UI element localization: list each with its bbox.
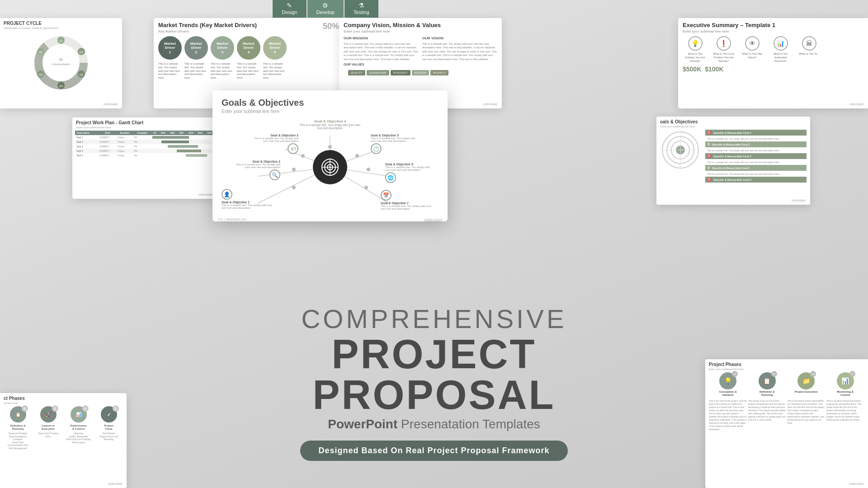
exec-label-3: What Is Your Big Vision? (740, 52, 764, 60)
value-passion: PASSION (412, 70, 429, 75)
svg-point-33 (355, 154, 359, 158)
value-quality: QUALITY (348, 70, 365, 75)
gantt-dur-4: 4 Days (117, 149, 133, 153)
goals-modal-title: Goals & Objectives (212, 90, 448, 109)
phase-label-5: ProjectClose (94, 424, 123, 431)
hero-badge[interactable]: Designed Based On Real Project Proposal … (300, 441, 567, 461)
tab-testing[interactable]: ⚗ Testing (344, 0, 378, 18)
market-trends-title: Market Trends (Key Market Drivers) (154, 18, 344, 29)
vision-title: OUR VISION (422, 36, 497, 40)
market-text-4: This is a sample text. You simply add yo… (237, 62, 260, 80)
exec-circle-5: 🏛 (802, 36, 816, 51)
target-diagram (660, 130, 701, 170)
goal-text-3: Specific & Measurable Goal 3 (713, 155, 751, 158)
phase-label-3: Launch orExecution (34, 424, 62, 431)
exec-icon-5: 🏛 What Is The Ta... (797, 36, 821, 56)
market-circle-5: MarketDriver5 (263, 36, 287, 60)
goal-2-icon: 🔍 (269, 169, 280, 180)
goal-7-icon: 📅 (381, 190, 392, 201)
exec-circle-2: ❗ (717, 36, 731, 51)
gantt-comp-2: 5% (133, 140, 151, 144)
market-text-2: This is a sample text. You simply add yo… (184, 62, 208, 80)
gantt-row-2: Task 2 DUMMYY 4 Days 5% (75, 140, 214, 144)
goals-diagram: Goal & Objective 4 This is a sample text… (212, 117, 448, 217)
mission-text: This is a sample text. You simply add yo… (344, 42, 419, 61)
phase-right-num-2: 02 (771, 371, 777, 377)
tab-design[interactable]: ✎ Design (273, 0, 306, 18)
goal-icon-3: 🎯 (707, 154, 712, 158)
goal-icon-2: ⚙ (707, 142, 710, 146)
goals-modal: Goals & Objectives Enter your subhead li… (212, 90, 448, 221)
goals-right-content: 🎯 Specific & Measurable Goal 1 This is a… (656, 130, 810, 183)
phase-right-label-4: Monitoring &Control (826, 390, 865, 397)
svg-text:Conceptualisation: Conceptualisation (52, 63, 70, 66)
company-vision-title: Company Vision, Mission & Values (339, 18, 502, 29)
phase-right-4: 04 📊 Monitoring &Control (826, 372, 865, 397)
gantt-row-4: Task 4 DUMMYY 4 Days 5% (75, 149, 214, 153)
project-cycle-watermark: slidesalad (104, 103, 118, 106)
phase-circle-3: 3 🚀 (40, 406, 57, 422)
market-text-row: This is a sample text. You simply add yo… (154, 60, 344, 80)
tab-develop[interactable]: ⚙ Develop (307, 0, 344, 18)
goal-row-4: ⚙ Specific & Measurable Goal 4 (705, 165, 807, 171)
project-cycle-diagram: 01 Conceptualisation 01 02 03 04 05 06 (20, 31, 102, 94)
gantt-header-name: Tasks Name (75, 131, 99, 135)
goal-icon-5: 🎯 (707, 178, 712, 182)
gantt-header-start: Start (99, 131, 116, 135)
phase-item-3: 3 🚀 Launch orExecution Status And Tracki… (34, 406, 62, 438)
gantt-bar-3 (168, 145, 198, 148)
value-leadership: LEADERSHIP (367, 70, 389, 75)
exec-summary-title: Executive Summary – Template 1 (678, 18, 868, 29)
phase-right-3: 03 📁 Project Execution (787, 372, 826, 397)
svg-point-32 (328, 145, 332, 149)
project-cycle-subtitle: Identification of Issues, needs & opport… (0, 27, 122, 31)
gantt-header-d2: 4/20 (168, 131, 177, 135)
goal-icon-1: 🎯 (707, 131, 712, 135)
gantt-start-4: DUMMYY (99, 149, 116, 153)
phase-label-2: Definition &Planning (4, 424, 32, 431)
mission-col: OUR MISSION This is a sample text. You s… (344, 36, 419, 61)
svg-text:01: 01 (59, 58, 63, 61)
phase-label-4: Performance& Control (64, 424, 93, 431)
phases-left-subtitle: ad line here (0, 402, 127, 406)
phase-subtext-4: ObjectiveQuality DeliverableEffort And C… (64, 432, 93, 444)
goal-5-icon: 🕐 (371, 143, 382, 154)
market-circle-1: MarketDriver1 (158, 36, 182, 60)
project-workplan-slide: Project Work Plan - Gantt Chart Enter yo… (72, 117, 217, 199)
gantt-bar-1 (152, 136, 189, 139)
gantt-bar-5 (186, 154, 207, 157)
phase-num-2: 2 (22, 405, 28, 412)
phase-subtext-3: Status And TrackingKPIs (34, 432, 62, 438)
goal-row-5: 🎯 Specific & Measurable Goal 5 (705, 177, 807, 183)
svg-text:05: 05 (39, 73, 42, 76)
phase-right-label-1: Conception &Initiation (709, 390, 747, 397)
phase-subtext-2: Scope And BudgetWork BreakdownScheduleGa… (4, 432, 32, 450)
svg-point-34 (367, 168, 370, 171)
gantt-comp-1: 5% (133, 135, 151, 140)
exec-circle-4: 📊 (774, 36, 788, 51)
svg-text:03: 03 (80, 73, 83, 76)
svg-point-35 (364, 186, 368, 189)
exec-money-1: $500K (683, 66, 701, 73)
market-text-1: This is a sample text. You simply add yo… (158, 62, 182, 80)
gantt-start-3: DUMMYY (99, 144, 116, 149)
goals-footer-brand: slidesalad (424, 218, 442, 221)
design-icon: ✎ (282, 2, 297, 9)
gantt-bar-4 (177, 150, 201, 152)
goals-right-slide: oals & Objectives Enter your subhead lin… (656, 117, 810, 205)
top-nav: ✎ Design ⚙ Develop ⚗ Testing (244, 0, 407, 16)
market-text-5: This is a sample text. You simply add yo… (263, 62, 287, 80)
gantt-row-1: Task 1 DUMMYY 4 Days 5% (75, 135, 214, 140)
project-phases-right-slide: Project Phases Enter your subhead line h… (705, 359, 868, 488)
exec-money-2: $100K (705, 66, 723, 73)
value-respect: RESPECT (430, 70, 448, 75)
testing-icon: ⚗ (354, 2, 369, 9)
phase-subtext-5: Post MortemProject Punch ListReporting (94, 432, 123, 441)
vision-text: This is a sample text. You simply add yo… (422, 42, 497, 61)
gantt-start-2: DUMMYY (99, 140, 116, 144)
phases-left-title: ct Phases (0, 393, 127, 402)
exec-money-row: $500K $100K (678, 63, 868, 73)
project-cycle-slide: PROJECT CYCLE Identification of Issues, … (0, 18, 122, 108)
phase-right-circle-4: 04 📊 (837, 372, 854, 389)
phases-right-title: Project Phases (705, 359, 868, 368)
